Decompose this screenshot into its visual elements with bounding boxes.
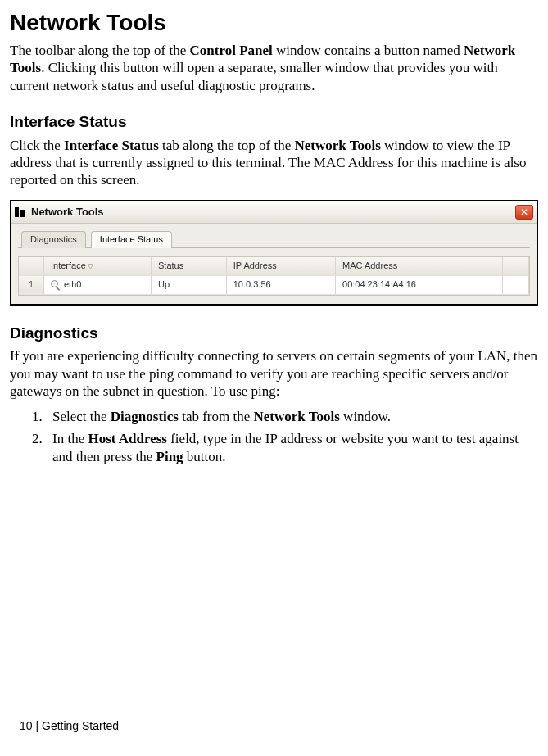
col-ip[interactable]: IP Address (226, 257, 335, 275)
app-icon (15, 207, 26, 217)
col-fill (502, 257, 528, 275)
interface-status-paragraph: Click the Interface Status tab along the… (10, 137, 538, 189)
text: In the (52, 431, 88, 446)
tab-strip: Diagnostics Interface Status (18, 230, 530, 248)
bold-interface-status: Interface Status (64, 138, 159, 153)
text: Click the (10, 138, 64, 153)
interface-table: Interface▽ Status IP Address MAC Address… (18, 256, 530, 296)
step-2: In the Host Address field, type in the I… (46, 430, 538, 465)
cell-rownum: 1 (19, 275, 44, 294)
magnifier-icon (51, 280, 61, 290)
bold-network-tools: Network Tools (254, 409, 340, 424)
text: The toolbar along the top of the (10, 43, 190, 58)
text: . Clicking this button will open a separ… (10, 60, 498, 93)
text: tab from the (179, 409, 254, 424)
col-interface[interactable]: Interface▽ (44, 257, 152, 275)
diagnostics-paragraph: If you are experiencing difficulty conne… (10, 347, 538, 400)
text: tab along the top of the (159, 138, 295, 153)
col-rownum[interactable] (19, 257, 44, 275)
table-row[interactable]: 1 eth0 Up 10.0.3.56 00:04:23:14:A4:16 (19, 275, 529, 294)
section-heading-diagnostics: Diagnostics (10, 324, 538, 343)
close-button[interactable]: ✕ (515, 205, 533, 220)
close-icon: ✕ (520, 207, 528, 217)
window-body: Diagnostics Interface Status Interface▽ … (11, 224, 537, 303)
cell-mac: 00:04:23:14:A4:16 (336, 275, 503, 294)
text: window contains a button named (273, 43, 464, 58)
page-title: Network Tools (10, 8, 538, 37)
bold-ping: Ping (156, 449, 183, 464)
col-status[interactable]: Status (152, 257, 227, 275)
text: window. (340, 409, 391, 424)
section-heading-interface-status: Interface Status (10, 112, 538, 132)
tab-diagnostics[interactable]: Diagnostics (21, 231, 86, 248)
cell-ip: 10.0.3.56 (226, 275, 335, 294)
col-label: Interface (51, 260, 86, 270)
step-1: Select the Diagnostics tab from the Netw… (46, 408, 538, 425)
bold-host-address: Host Address (88, 431, 167, 446)
tab-interface-status[interactable]: Interface Status (91, 231, 172, 248)
window-title: Network Tools (31, 206, 515, 219)
screenshot-window: Network Tools ✕ Diagnostics Interface St… (10, 200, 538, 305)
text: Select the (52, 409, 111, 424)
col-mac[interactable]: MAC Address (336, 257, 503, 275)
text: button. (183, 449, 226, 464)
window-titlebar[interactable]: Network Tools ✕ (11, 201, 537, 224)
bold-diagnostics: Diagnostics (111, 409, 179, 424)
bold-control-panel: Control Panel (190, 43, 273, 58)
sort-asc-icon: ▽ (86, 262, 93, 270)
bold-network-tools: Network Tools (295, 138, 381, 153)
cell-interface: eth0 (44, 275, 152, 294)
page-footer: 10 | Getting Started (20, 719, 119, 734)
table-header-row: Interface▽ Status IP Address MAC Address (19, 257, 529, 275)
cell-status: Up (152, 275, 227, 294)
intro-paragraph: The toolbar along the top of the Control… (10, 42, 538, 94)
cell-fill (502, 275, 528, 294)
cell-value: eth0 (64, 279, 81, 289)
steps-list: Select the Diagnostics tab from the Netw… (10, 408, 538, 465)
